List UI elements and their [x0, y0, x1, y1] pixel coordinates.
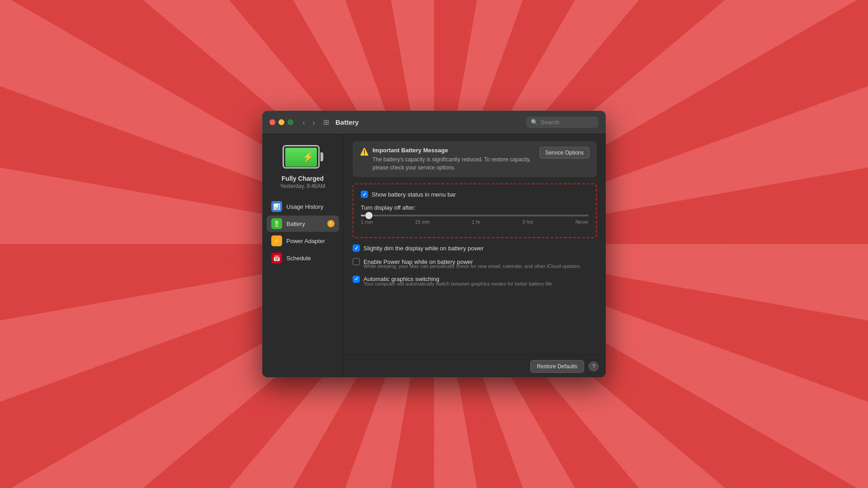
- search-box[interactable]: 🔍: [526, 117, 599, 128]
- tick-3hrs: 3 hrs: [522, 219, 533, 225]
- dim-display-checkbox[interactable]: [353, 244, 360, 252]
- battery-icon: 🔋: [271, 218, 282, 229]
- warning-icon: ⚠️: [360, 147, 369, 156]
- power-adapter-icon: ⚡: [271, 235, 282, 246]
- system-preferences-window: ‹ › ⊞ Battery 🔍 ⚡ Fully Charged Yesterda…: [262, 111, 606, 377]
- back-button[interactable]: ‹: [301, 117, 307, 127]
- battery-status-label: Fully Charged: [282, 175, 324, 182]
- auto-graphics-description: Your computer will automatically switch …: [363, 280, 597, 288]
- sidebar-item-schedule[interactable]: 📅 Schedule: [267, 250, 339, 266]
- window-body: ⚡ Fully Charged Yesterday, 9:46AM 📊 Usag…: [262, 134, 606, 377]
- tick-1hr: 1 hr: [472, 219, 481, 225]
- auto-graphics-checkbox[interactable]: [353, 276, 360, 283]
- forward-button[interactable]: ›: [311, 117, 317, 127]
- sidebar: ⚡ Fully Charged Yesterday, 9:46AM 📊 Usag…: [262, 134, 344, 377]
- power-nap-description: While sleeping, your Mac can periodicall…: [363, 263, 597, 270]
- battery-graphic: ⚡: [283, 145, 323, 169]
- search-input[interactable]: [541, 119, 590, 126]
- maximize-button[interactable]: [288, 119, 293, 125]
- bottom-bar: Restore Defaults ?: [344, 355, 606, 377]
- show-battery-status-row[interactable]: Show battery status in menu bar: [361, 191, 589, 198]
- service-options-button[interactable]: Service Options: [539, 147, 590, 159]
- usage-history-icon: 📊: [271, 201, 282, 212]
- sidebar-item-battery-label: Battery: [287, 221, 323, 227]
- slider-track-container[interactable]: [361, 215, 589, 216]
- sidebar-item-usage-history[interactable]: 📊 Usage History: [267, 198, 339, 215]
- show-battery-status-checkbox[interactable]: [361, 191, 368, 198]
- battery-time-label: Yesterday, 9:46AM: [280, 183, 325, 189]
- restore-defaults-button[interactable]: Restore Defaults: [530, 360, 584, 373]
- slider-track: [361, 215, 589, 216]
- tick-1min: 1 min: [361, 219, 373, 225]
- highlighted-settings-box: Show battery status in menu bar Turn dis…: [353, 183, 597, 238]
- close-button[interactable]: [269, 119, 275, 125]
- power-nap-checkbox[interactable]: [353, 258, 360, 265]
- sidebar-item-label: Usage History: [287, 203, 335, 210]
- sidebar-item-schedule-label: Schedule: [287, 255, 335, 262]
- minimize-button[interactable]: [278, 119, 284, 125]
- slider-thumb[interactable]: [365, 212, 373, 219]
- slider-ticks: 1 min 15 min 1 hr 3 hrs Never: [361, 219, 589, 225]
- warning-text: Important Battery Message The battery's …: [373, 147, 535, 172]
- sidebar-item-battery[interactable]: 🔋 Battery !: [267, 216, 339, 232]
- schedule-icon: 📅: [271, 253, 282, 263]
- slider-label: Turn display off after:: [361, 204, 589, 211]
- help-button[interactable]: ?: [589, 361, 599, 371]
- tick-never: Never: [576, 219, 589, 225]
- warning-description: The battery's capacity is significantly …: [373, 155, 535, 172]
- window-title: Battery: [335, 118, 523, 126]
- battery-tip: [321, 152, 323, 161]
- dim-display-row[interactable]: Slightly dim the display while on batter…: [353, 244, 597, 252]
- battery-warning-badge: !: [327, 220, 335, 227]
- charging-icon: ⚡: [302, 151, 314, 162]
- main-content: ⚠️ Important Battery Message The battery…: [344, 134, 606, 355]
- battery-body: ⚡: [283, 145, 320, 169]
- dim-display-label: Slightly dim the display while on batter…: [363, 245, 484, 252]
- warning-left: ⚠️ Important Battery Message The battery…: [360, 147, 535, 172]
- sidebar-item-power-label: Power Adapter: [287, 238, 335, 244]
- search-icon: 🔍: [531, 119, 538, 126]
- warning-banner: ⚠️ Important Battery Message The battery…: [353, 141, 597, 177]
- sidebar-item-power-adapter[interactable]: ⚡ Power Adapter: [267, 233, 339, 249]
- tick-15min: 15 min: [415, 219, 430, 225]
- show-battery-status-label: Show battery status in menu bar: [372, 191, 456, 198]
- grid-icon: ⊞: [323, 118, 329, 127]
- display-off-slider-section: Turn display off after: 1 min 15 min 1 h…: [361, 204, 589, 225]
- traffic-lights: [269, 119, 293, 125]
- titlebar: ‹ › ⊞ Battery 🔍: [262, 111, 606, 134]
- warning-title: Important Battery Message: [373, 147, 535, 154]
